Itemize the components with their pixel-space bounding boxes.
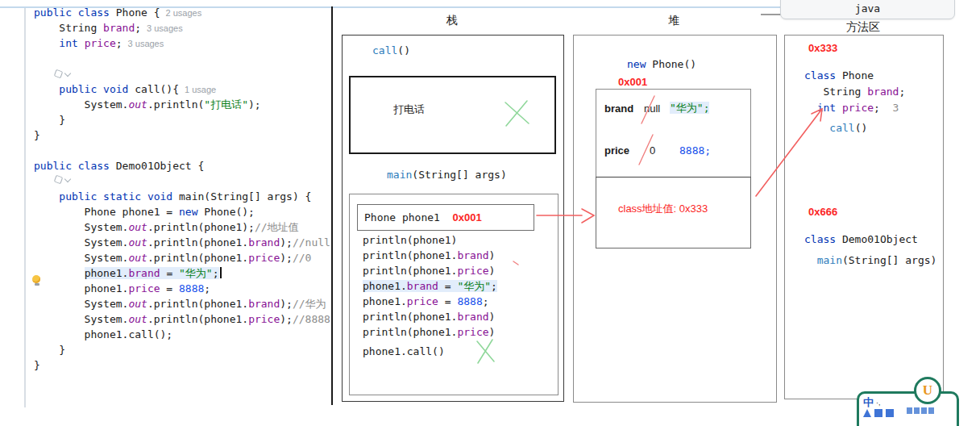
inlay-settings-icon[interactable] — [55, 70, 70, 77]
main-frame-label: main(String[] args) — [387, 167, 507, 182]
new-expression: new Phone() — [627, 56, 696, 72]
editor-gutter-line — [24, 8, 26, 407]
logo-small-text — [907, 407, 934, 414]
code-editor[interactable]: public class Phone {2 usages String bran… — [34, 5, 330, 373]
demo-class-address: 0x666 — [808, 206, 837, 218]
panel-divider — [331, 6, 333, 405]
call-frame-label: call() — [372, 43, 410, 58]
field-initial-brand: null — [644, 102, 660, 115]
method-area-title: 方法区 — [784, 20, 942, 35]
phone-class-code: class Phone String brand; int price; 3 c… — [804, 68, 905, 136]
field-name-brand: brand — [604, 102, 633, 115]
call-frame-box — [349, 76, 556, 154]
field-name-price: price — [604, 144, 629, 157]
logo-u-icon: U — [914, 377, 941, 404]
call-output-text: 打电话 — [393, 102, 425, 117]
class-address-text: class地址值: 0x333 — [618, 202, 708, 216]
logo-shapes — [863, 409, 894, 417]
field-initial-price: 0 — [650, 144, 655, 157]
stack-frame-code: println(phone1)println(phone1.brand)prin… — [363, 232, 497, 359]
variable-box: Phone phone1 0x001 — [357, 204, 534, 231]
stack-title: 栈 — [342, 14, 563, 28]
phone-class-address: 0x333 — [808, 42, 837, 54]
lightbulb-icon[interactable] — [32, 275, 41, 286]
field-assigned-brand: "华为"; — [670, 100, 709, 115]
demo-class-code: class Demo01Object main(String[] args) — [804, 229, 936, 271]
heap-address: 0x001 — [618, 76, 647, 88]
java-tab[interactable]: java — [780, 0, 955, 19]
heap-title: 堆 — [573, 14, 775, 28]
inlay-settings-icon[interactable] — [55, 176, 70, 183]
logo-char: 中 — [863, 395, 874, 410]
field-assigned-price: 8888; — [679, 143, 711, 158]
logo-dots: ·, — [876, 399, 881, 407]
screenshot-root: public class Phone {2 usages String bran… — [0, 0, 980, 426]
